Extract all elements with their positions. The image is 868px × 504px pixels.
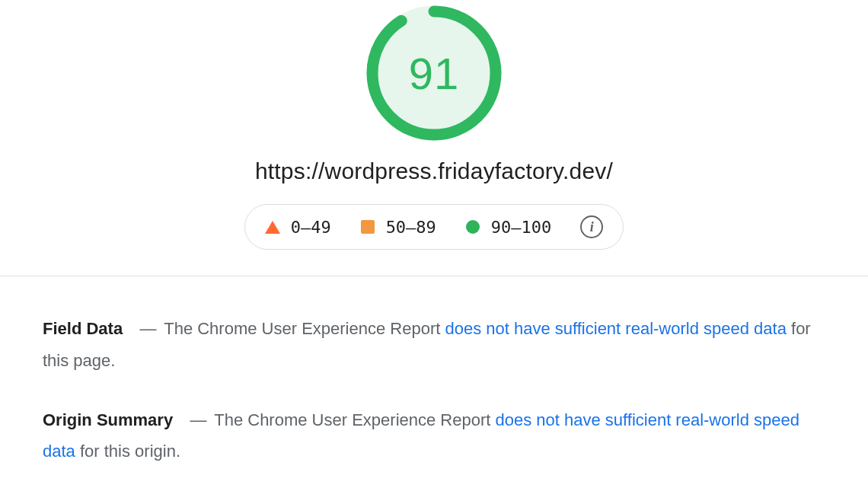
score-legend: 0–49 50–89 90–100 i: [244, 204, 624, 250]
origin-summary-section: Origin Summary — The Chrome User Experie…: [0, 377, 868, 468]
field-data-prefix: The Chrome User Experience Report: [164, 319, 445, 338]
performance-score-value: 91: [409, 48, 460, 99]
circle-icon: [465, 219, 480, 234]
legend-good-range: 90–100: [491, 218, 551, 237]
field-data-link[interactable]: does not have sufficient real-world spee…: [445, 319, 786, 338]
origin-summary-suffix: for this origin.: [75, 442, 180, 461]
legend-good: 90–100: [465, 218, 551, 237]
tested-url: https://wordpress.fridayfactory.dev/: [255, 158, 613, 184]
legend-mid-range: 50–89: [386, 218, 436, 237]
score-header: 91 https://wordpress.fridayfactory.dev/ …: [0, 0, 868, 276]
origin-summary-title: Origin Summary: [43, 410, 173, 429]
field-data-title: Field Data: [43, 319, 123, 338]
performance-score-gauge: 91: [365, 5, 503, 142]
triangle-icon: [265, 219, 280, 234]
legend-poor-range: 0–49: [291, 218, 331, 237]
origin-summary-prefix: The Chrome User Experience Report: [214, 410, 495, 429]
square-icon: [360, 219, 375, 234]
legend-mid: 50–89: [360, 218, 436, 237]
legend-poor: 0–49: [265, 218, 331, 237]
field-data-section: Field Data — The Chrome User Experience …: [0, 276, 868, 377]
field-data-separator: —: [136, 319, 159, 338]
origin-summary-separator: —: [187, 410, 210, 429]
info-icon[interactable]: i: [580, 215, 603, 238]
